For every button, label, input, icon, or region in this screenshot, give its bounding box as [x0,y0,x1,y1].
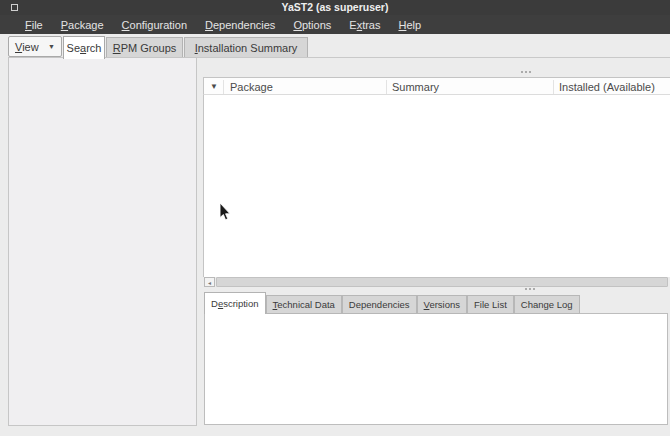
menu-configuration[interactable]: Configuration [113,19,196,31]
column-header-installed[interactable]: Installed (Available) [559,81,655,93]
tab-versions-label: Versions [424,299,460,310]
menu-package[interactable]: Package [52,19,113,31]
label-text: Se [67,42,80,54]
search-panel [8,57,197,426]
mouse-cursor-icon [219,203,231,221]
tab-change-log[interactable]: Change Log [514,295,580,314]
label-text: PM Groups [121,42,177,54]
menu-options[interactable]: Options [284,19,340,31]
tab-description[interactable]: Description [204,292,266,314]
view-dropdown-button[interactable]: View ▼ [8,36,62,57]
label-text: Dependencies [349,299,410,310]
label-text: Change Log [521,299,573,310]
splitter-grip-icon[interactable] [525,288,535,290]
label-text: iew [22,41,39,53]
column-divider [553,80,554,94]
label-text: ile [32,19,43,31]
label-text: ptions [302,19,331,31]
menu-help[interactable]: Help [389,19,430,31]
tab-description-label: Description [211,298,259,309]
view-button-label: View [15,41,39,53]
mnemonic-char: C [122,19,130,31]
column-divider [386,80,387,94]
tab-technical-data-label: Technical Data [273,299,335,310]
label-text: scription [223,298,258,309]
label-text: ependencies [213,19,275,31]
scroll-left-icon: ◂ [208,279,211,286]
tab-dependencies[interactable]: Dependencies [342,295,417,314]
package-table-body[interactable] [203,95,670,277]
menu-dependencies[interactable]: Dependencies [196,19,284,31]
column-header-summary[interactable]: Summary [392,81,439,93]
mnemonic-char: O [293,19,302,31]
label-text: D [211,298,218,309]
description-pane[interactable] [204,313,668,425]
mnemonic-char: D [205,19,213,31]
tab-versions[interactable]: Versions [417,295,467,314]
mnemonic-char: R [113,42,121,54]
package-table-header[interactable]: ▼ Package Summary Installed (Available) [203,77,670,95]
menu-file[interactable]: File [16,19,52,31]
tab-dependencies-label: Dependencies [349,299,410,310]
label-text: onfiguration [130,19,188,31]
mnemonic-char: F [25,19,32,31]
label-text: File List [474,299,507,310]
tab-search-label: Search [67,42,102,54]
label-text: ersions [429,299,460,310]
splitter-grip-icon[interactable] [521,71,531,73]
mnemonic-char: P [61,19,68,31]
yast2-window: { "colors": { "titlebar_bg": "#3b3b3b", … [0,0,670,436]
tab-installation-summary[interactable]: Installation Summary [184,37,308,58]
label-text: elp [406,19,421,31]
tab-rpm-groups[interactable]: RPM Groups [106,37,183,58]
label-text: E [349,19,356,31]
scroll-left-button[interactable]: ◂ [204,277,215,287]
column-header-package[interactable]: Package [230,81,273,93]
label-text: rch [86,42,101,54]
sort-descending-icon[interactable]: ▼ [210,83,218,91]
menu-extras[interactable]: Extras [340,19,389,31]
tab-technical-data[interactable]: Technical Data [266,295,342,314]
label-text: echnical Data [277,299,335,310]
title-bar: YaST2 (as superuser) [0,0,670,15]
menu-bar: File Package Configuration Dependencies … [0,15,670,34]
tab-file-list-label: File List [474,299,507,310]
label-text: tras [362,19,380,31]
tab-file-list[interactable]: File List [467,295,514,314]
label-text: nstallation Summary [198,42,298,54]
window-title: YaST2 (as superuser) [0,1,670,13]
tab-search[interactable]: Search [63,36,105,59]
tab-rpm-groups-label: RPM Groups [113,42,177,54]
horizontal-scrollbar[interactable] [216,277,668,287]
detail-tab-bar: Description Technical Data Dependencies … [204,292,580,314]
tab-installation-summary-label: Installation Summary [195,42,298,54]
label-text: ackage [68,19,103,31]
tab-change-log-label: Change Log [521,299,573,310]
chevron-down-icon: ▼ [48,43,55,50]
column-divider [223,80,224,94]
